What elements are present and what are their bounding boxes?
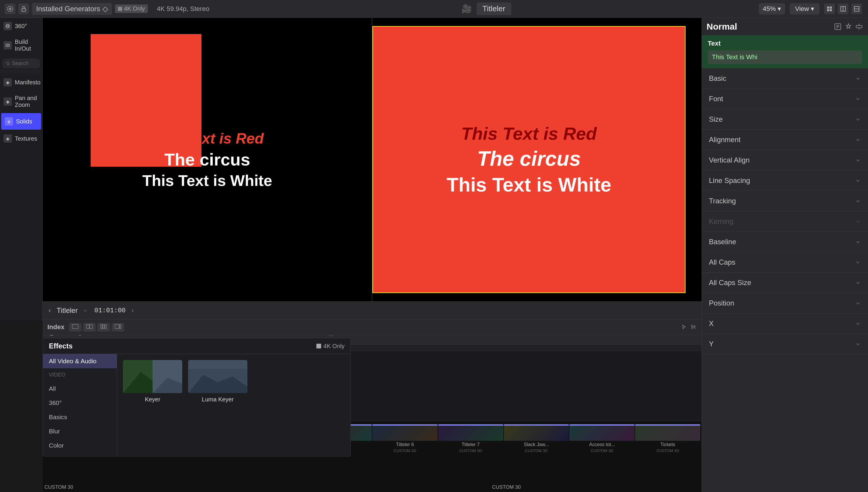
row-vertical-align[interactable]: Vertical Align	[702, 150, 868, 170]
row-all-caps[interactable]: All Caps	[702, 252, 868, 272]
style-icon[interactable]	[844, 23, 852, 31]
section-vertical-align: Vertical Align	[702, 150, 868, 171]
thumb-9[interactable]: Access tot... CUSTOM 3D	[569, 424, 635, 453]
thumb-6[interactable]: Titleler 6 CUSTOM 3D	[372, 424, 438, 453]
gen-solids[interactable]: ◈ Solids	[1, 113, 41, 130]
action-icon[interactable]	[855, 23, 863, 31]
effects-cat-all-video[interactable]: All Video & Audio	[43, 354, 117, 368]
alignment-label: Alignment	[709, 136, 741, 144]
svg-rect-32	[90, 324, 92, 328]
generator-list: ◈ Manifesto ◈ Pan and Zoom ◈ Solids ◈ Te…	[0, 74, 43, 320]
thumb-label-8: Slack Jaw...	[524, 442, 549, 447]
gen-label-manifesto: Manifesto	[15, 79, 41, 86]
kerning-chevron	[855, 219, 861, 224]
index-btn-2[interactable]	[83, 323, 96, 331]
custom-30-label-right: CUSTOM 30	[490, 484, 522, 491]
effects-cat-color-presets[interactable]: Color Presets	[43, 452, 117, 456]
all-caps-chevron	[855, 259, 861, 265]
view-arrow: ▾	[811, 5, 814, 13]
view-button[interactable]: View ▾	[790, 3, 819, 15]
arrow-tool-icon[interactable]	[681, 324, 688, 330]
nav-item-360[interactable]: 360°	[0, 18, 42, 34]
alignment-chevron	[855, 137, 861, 143]
index-btn-3[interactable]	[97, 323, 110, 331]
text-icon[interactable]	[834, 23, 842, 31]
svg-rect-6	[830, 9, 832, 11]
row-tracking[interactable]: Tracking	[702, 191, 868, 211]
basic-label: Basic	[709, 74, 726, 82]
baseline-label: Baseline	[709, 238, 736, 246]
gen-textures[interactable]: ◈ Textures	[0, 130, 42, 147]
index-btn-1[interactable]	[69, 323, 81, 331]
size-chevron	[855, 116, 861, 122]
font-label: Font	[709, 95, 723, 103]
4k-dot	[118, 7, 122, 11]
4k-only-badge[interactable]: 4K Only	[115, 4, 148, 13]
right-text-red: This Text is Red	[461, 123, 597, 144]
zoom-arrow: ▾	[778, 5, 781, 13]
svg-rect-51	[856, 25, 862, 28]
svg-rect-14	[6, 44, 9, 47]
left-text-layer: This Text is Red The circus This Text is…	[43, 18, 372, 301]
thumb-label-6: Titleler 6	[396, 442, 414, 447]
row-font[interactable]: Font	[702, 89, 868, 109]
thumb-7[interactable]: Titleler 7 CUSTOM 3D	[438, 424, 503, 453]
search-input[interactable]: Search	[12, 60, 29, 67]
section-basic: Basic	[702, 68, 868, 89]
layout-icon-3[interactable]	[851, 4, 862, 14]
installed-generators-dropdown[interactable]: Installed Generators ◇	[32, 3, 112, 15]
row-x[interactable]: X	[702, 314, 868, 334]
right-panel-header: Normal	[702, 18, 868, 35]
gen-label-pan-zoom: Pan and Zoom	[15, 95, 39, 108]
top-bar-center: 🎥 Titleler	[220, 2, 753, 15]
layout-icon-1[interactable]	[824, 4, 835, 14]
text-tab-label[interactable]: Text	[708, 40, 862, 47]
trim-tool-icon[interactable]	[690, 324, 697, 330]
titleler-label: Titleler	[483, 4, 506, 13]
row-position[interactable]: Position	[702, 293, 868, 313]
left-text-white: This Text is White	[142, 172, 272, 190]
right-inspector: Basic Font Size A	[702, 68, 868, 489]
preview-left-pane: This Text is Red The circus This Text is…	[43, 18, 372, 301]
svg-rect-4	[830, 6, 832, 8]
layout-icon-2[interactable]	[838, 4, 848, 14]
row-alignment[interactable]: Alignment	[702, 130, 868, 150]
row-line-spacing[interactable]: Line Spacing	[702, 171, 868, 191]
effects-category-list: All Video & Audio VIDEO All 360° Basics …	[43, 354, 117, 456]
effects-cat-all[interactable]: All	[43, 382, 117, 396]
nav-item-build-in-out[interactable]: Build In/Out	[0, 34, 42, 56]
zoom-control[interactable]: 45% ▾	[759, 3, 785, 15]
section-line-spacing: Line Spacing	[702, 171, 868, 191]
gen-pan-zoom[interactable]: ◈ Pan and Zoom	[0, 91, 42, 113]
generators-icon[interactable]	[5, 4, 16, 14]
titleler-badge[interactable]: Titleler	[477, 2, 511, 15]
row-basic[interactable]: Basic	[702, 68, 868, 89]
font-chevron	[855, 96, 861, 102]
effects-cat-basics[interactable]: Basics	[43, 410, 117, 424]
position-label: Position	[709, 299, 734, 307]
effects-cat-video-header: VIDEO	[43, 368, 117, 382]
titler-bar: ‹ Titleler 01:01:00 ›	[43, 301, 702, 320]
row-size[interactable]: Size	[702, 109, 868, 129]
titler-back-btn[interactable]: ‹	[49, 307, 51, 314]
effects-cat-360[interactable]: 360°	[43, 396, 117, 410]
line-spacing-label: Line Spacing	[709, 176, 750, 185]
effect-keyer[interactable]: Keyer	[123, 360, 182, 403]
effect-luma-keyer[interactable]: Luma Keyer	[188, 360, 248, 403]
section-tracking: Tracking	[702, 191, 868, 212]
effects-cat-blur[interactable]: Blur	[43, 424, 117, 438]
svg-point-0	[9, 8, 11, 10]
section-font: Font	[702, 89, 868, 109]
titler-timecode: 01:01:00	[94, 307, 125, 314]
gen-manifesto[interactable]: ◈ Manifesto	[0, 74, 42, 91]
thumb-purple-bar-7	[438, 424, 503, 426]
search-bar[interactable]: Search	[2, 58, 40, 68]
thumb-8[interactable]: Slack Jaw... CUSTOM 3D	[504, 424, 569, 453]
effects-cat-color[interactable]: Color	[43, 438, 117, 452]
index-btn-4[interactable]	[112, 323, 124, 331]
row-baseline[interactable]: Baseline	[702, 232, 868, 252]
thumb-10[interactable]: Tickets CUSTOM 3D	[635, 424, 700, 453]
effects-body: All Video & Audio VIDEO All 360° Basics …	[43, 354, 350, 456]
titler-forward-btn[interactable]: ›	[132, 307, 134, 314]
row-all-caps-size[interactable]: All Caps Size	[702, 273, 868, 293]
